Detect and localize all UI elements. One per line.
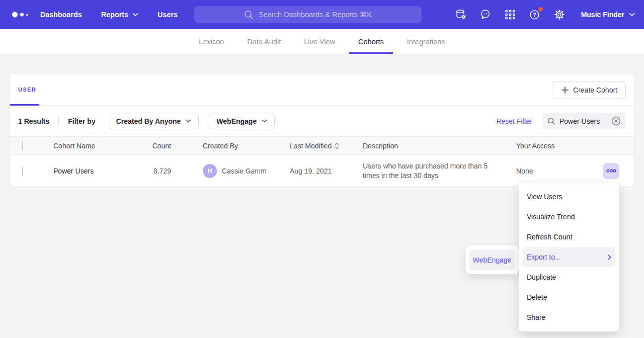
- cohort-search-input[interactable]: Power Users: [542, 113, 626, 129]
- created-by-filter-value: Created By Anyone: [116, 117, 181, 125]
- cohort-created-by: H Cassie Gamm: [203, 164, 267, 178]
- export-to-submenu: WebEngage: [465, 245, 519, 274]
- menu-item-delete[interactable]: Delete: [519, 287, 619, 307]
- column-last-modified-label: Last Modified: [290, 142, 332, 150]
- global-search-input[interactable]: Search Dashboards & Reports ⌘K: [194, 6, 422, 23]
- three-dots-icon: [606, 168, 616, 173]
- plus-icon: [561, 87, 569, 94]
- filter-by-label: Filter by: [68, 117, 95, 125]
- notification-badge: [538, 7, 543, 12]
- global-search-placeholder: Search Dashboards & Reports ⌘K: [259, 11, 372, 19]
- menu-item-duplicate[interactable]: Duplicate: [519, 267, 619, 287]
- mixpanel-logo-icon[interactable]: [12, 12, 28, 18]
- create-cohort-label: Create Cohort: [573, 86, 617, 94]
- tab-integrations[interactable]: Integrations: [398, 29, 454, 54]
- column-last-modified[interactable]: Last Modified: [290, 142, 339, 150]
- chevron-down-icon: [132, 13, 138, 17]
- menu-item-view-users[interactable]: View Users: [519, 187, 619, 207]
- chevron-down-icon: [262, 119, 267, 123]
- tab-live-view[interactable]: Live View: [295, 29, 344, 54]
- nav-dashboards[interactable]: Dashboards: [40, 11, 82, 19]
- primary-nav: Dashboards Reports Users: [40, 0, 178, 29]
- tab-user-cohorts[interactable]: USER: [18, 87, 37, 93]
- tab-lexicon[interactable]: Lexicon: [190, 29, 233, 54]
- webengage-filter-value: WebEngage: [216, 117, 257, 125]
- cohort-actions-menu: View Users Visualize Trend Refresh Count…: [519, 183, 619, 331]
- table-row: Power Users 8,729 H Cassie Gamm Aug 19, …: [10, 155, 634, 187]
- cohorts-card: USER Create Cohort 1 Results Filter by C…: [10, 74, 634, 187]
- top-navigation: Dashboards Reports Users Search Dashboar…: [0, 0, 644, 29]
- cohort-description: Users who have purchased more than 5 tim…: [363, 161, 492, 181]
- nav-reports[interactable]: Reports: [101, 11, 138, 19]
- chevron-down-icon: [629, 13, 635, 17]
- column-count: Count: [111, 142, 171, 150]
- apps-grid-icon[interactable]: [504, 9, 516, 21]
- svg-text:?: ?: [533, 12, 536, 18]
- help-icon[interactable]: ?: [529, 9, 541, 21]
- avatar: H: [203, 164, 217, 178]
- tab-cohorts[interactable]: Cohorts: [349, 29, 393, 54]
- create-cohort-button[interactable]: Create Cohort: [553, 81, 626, 99]
- column-description: Description: [363, 141, 492, 150]
- cohort-count: 8,729: [111, 167, 171, 175]
- select-all-checkbox[interactable]: [22, 142, 23, 150]
- column-cohort-name: Cohort Name: [53, 142, 95, 150]
- submenu-item-webengage[interactable]: WebEngage: [469, 249, 515, 270]
- project-switcher[interactable]: Music Finder: [581, 11, 635, 19]
- data-management-icon[interactable]: [455, 9, 467, 21]
- cohort-search-value: Power Users: [559, 117, 607, 125]
- menu-item-share[interactable]: Share: [519, 307, 619, 327]
- cohort-last-modified: Aug 19, 2021: [290, 167, 332, 175]
- row-checkbox[interactable]: [22, 167, 23, 175]
- divider: [58, 116, 59, 126]
- menu-item-export-to-label: Export to...: [527, 253, 561, 261]
- row-actions: [603, 163, 619, 179]
- project-name: Music Finder: [581, 11, 624, 19]
- chevron-right-icon: [608, 255, 611, 260]
- filter-right-group: Reset Filter Power Users: [496, 113, 626, 129]
- settings-gear-icon[interactable]: [553, 9, 566, 21]
- cohort-access: None: [516, 167, 533, 175]
- cohorts-card-header: USER Create Cohort: [10, 74, 634, 106]
- menu-item-export-to[interactable]: Export to...: [523, 247, 615, 267]
- data-management-tabs: Lexicon Data Audit Live View Cohorts Int…: [0, 29, 644, 54]
- column-your-access: Your Access: [516, 142, 555, 150]
- chevron-down-icon: [186, 119, 191, 123]
- search-icon: [244, 10, 254, 20]
- webengage-filter-dropdown[interactable]: WebEngage: [209, 113, 275, 129]
- search-icon: [547, 117, 555, 125]
- created-by-name: Cassie Gamm: [222, 167, 267, 175]
- menu-item-visualize-trend[interactable]: Visualize Trend: [519, 207, 619, 227]
- more-options-button[interactable]: [603, 163, 619, 179]
- top-nav-actions: ? Music Finder: [455, 0, 635, 29]
- created-by-filter-dropdown[interactable]: Created By Anyone: [109, 113, 199, 129]
- column-created-by: Created By: [203, 142, 238, 150]
- filter-bar: 1 Results Filter by Created By Anyone We…: [10, 106, 634, 136]
- tab-data-audit[interactable]: Data Audit: [238, 29, 290, 54]
- nav-users[interactable]: Users: [157, 11, 178, 19]
- chat-icon[interactable]: [479, 9, 492, 21]
- results-count: 1 Results: [18, 117, 49, 125]
- cohort-name-link[interactable]: Power Users: [53, 167, 94, 175]
- nav-reports-label: Reports: [101, 11, 128, 19]
- reset-filter-link[interactable]: Reset Filter: [496, 117, 532, 125]
- clear-search-icon[interactable]: [611, 116, 621, 126]
- table-header: Cohort Name Count Created By Last Modifi…: [10, 136, 634, 155]
- menu-item-refresh-count[interactable]: Refresh Count: [519, 227, 619, 247]
- sort-icon: [335, 142, 339, 149]
